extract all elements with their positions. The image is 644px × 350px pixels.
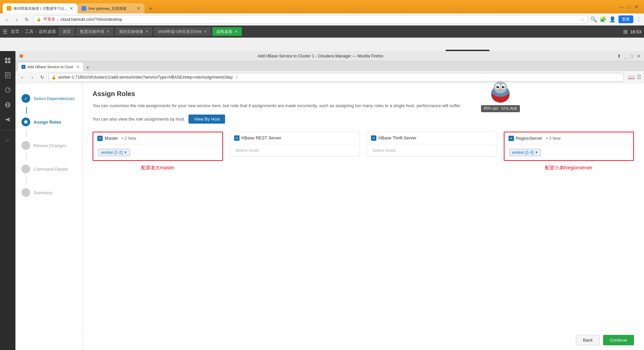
roles-grid: H Master × 2 New worker-[1-2] ▼	[93, 132, 634, 171]
tab2-favicon	[82, 6, 86, 11]
rest-server-card-body: Select hosts	[230, 144, 360, 156]
svg-rect-2	[5, 61, 7, 63]
app-tab-lab[interactable]: 配置实验环境 ✕	[76, 27, 114, 36]
nav-collapse[interactable]: ◁▷	[2, 134, 14, 146]
step1-circle: ✓	[21, 94, 30, 103]
nav-send[interactable]	[2, 114, 14, 126]
step-connector-2	[26, 130, 27, 137]
master-host-tag[interactable]: worker-[1-2] ▼	[98, 149, 130, 156]
view-by-host-button[interactable]: View By Host	[189, 115, 225, 124]
breadcrumb-tools[interactable]: 工具	[25, 29, 34, 35]
bookmark-icon[interactable]: ☆	[580, 17, 585, 22]
ff-max-btn[interactable]: □	[631, 53, 633, 59]
breadcrumb-desktop[interactable]: 远程桌面	[39, 29, 56, 35]
step2-circle	[21, 118, 30, 126]
ff-address-bar[interactable]: 🔒 worker-1:7180/cmf/clusters/1/add-servi…	[48, 73, 624, 82]
hamburger-icon[interactable]: ☰	[3, 29, 7, 35]
region-server-card-body: worker-[1-3] ▼	[504, 145, 634, 160]
ff-win-controls: ⬆ _ □ ✕	[617, 53, 641, 59]
nav-globe[interactable]	[2, 99, 14, 111]
tab2-close-icon[interactable]: ✕	[137, 6, 141, 11]
thrift-server-label: HBase Thrift Server	[378, 135, 417, 140]
app-tab-mirror[interactable]: 我的实验镜像 ✕	[115, 27, 153, 36]
app-tab-home[interactable]: 首页	[59, 27, 75, 36]
reload-button[interactable]: ↻	[23, 15, 31, 24]
app-tab-desktop-close[interactable]: ✕	[234, 29, 238, 34]
ff-min-btn[interactable]: _	[625, 53, 627, 59]
rest-server-select-hosts[interactable]: Select hosts	[234, 146, 261, 155]
app-tab-home-label: 首页	[63, 29, 71, 35]
browser-tab-1[interactable]: 海沛部落实验室 | 大数据学习云... ✕	[3, 3, 77, 13]
nav-apps[interactable]	[2, 54, 14, 67]
profile-icon[interactable]: 👤	[609, 16, 616, 23]
wizard-step-review[interactable]: Review Changes	[19, 137, 79, 154]
ff-reader-icon[interactable]: 📖	[628, 74, 635, 80]
new-tab-button[interactable]: +	[146, 4, 155, 13]
firefox-window: 🦊 Add HBase Service to Cluster 1 - Cloud…	[15, 51, 644, 350]
wizard-step-dependencies[interactable]: ✓ Select Dependencies	[19, 90, 79, 107]
nav-dashboard[interactable]	[2, 84, 14, 96]
ff-new-tab-button[interactable]: +	[84, 64, 92, 71]
tab1-favicon	[7, 6, 11, 11]
browser-controls: — □ ✕	[616, 4, 641, 9]
browser-tab-2[interactable]: hive gateway_百度搜索 ✕	[77, 3, 145, 13]
app-tab-lab-label: 配置实验环境	[80, 29, 104, 35]
cm-sidebar: ✓ Select Dependencies Assign Roles Revie…	[15, 83, 83, 350]
app-tab-desktop[interactable]: 远程桌面 ✕	[212, 27, 242, 36]
update-button[interactable]: 更新	[619, 15, 633, 23]
app-tab-desktop-label: 远程桌面	[216, 29, 232, 35]
svg-point-12	[24, 120, 28, 124]
app-tab-shell[interactable]: shell终端-cdh安装完hive ✕	[154, 27, 211, 36]
ff-close-btn[interactable]: ✕	[637, 53, 641, 59]
ff-reload-button[interactable]: ↻	[38, 73, 46, 81]
app-tab-shell-label: shell终端-cdh安装完hive	[158, 29, 202, 35]
wizard-step-command[interactable]: Command Details	[19, 161, 79, 177]
rest-server-label: HBase REST Server	[241, 135, 281, 140]
ff-bookmark-icon[interactable]: ☆	[235, 75, 239, 80]
region-server-role-icon: H	[508, 136, 514, 141]
breadcrumb-home[interactable]: 首页	[11, 29, 19, 35]
app-tab-lab-close[interactable]: ✕	[106, 29, 110, 34]
firefox-title: Add HBase Service to Cluster 1 - Clouder…	[26, 54, 614, 58]
ff-forward-button[interactable]: ›	[28, 73, 36, 81]
search-icon[interactable]: 🔍	[590, 16, 597, 23]
close-icon[interactable]: ✕	[635, 4, 639, 9]
cm-main: Assign Roles You can customize the role …	[83, 83, 644, 330]
firefox-window-buttons: 🦊	[19, 54, 24, 58]
step5-label: Summary	[34, 190, 52, 195]
minimize-icon[interactable]: —	[619, 4, 624, 9]
address-bar[interactable]: 🔒 不安全 | cloud.hainiubl.com/?#/tool/deskt…	[33, 15, 588, 24]
back-button[interactable]: Back	[576, 335, 600, 345]
step3-label: Review Changes	[34, 143, 66, 148]
view-by-host-row: You can also view the role assignments b…	[93, 115, 634, 124]
region-server-host-label: worker-[1-3]	[512, 150, 534, 155]
ff-prev-btn[interactable]: ⬆	[617, 53, 621, 59]
back-button[interactable]: ‹	[3, 15, 11, 24]
master-card: H Master × 2 New worker-[1-2] ▼	[93, 132, 223, 161]
step-connector-4	[26, 177, 27, 184]
ff-back-button[interactable]: ‹	[18, 73, 26, 81]
step4-label: Command Details	[34, 167, 68, 172]
continue-button[interactable]: Continue	[603, 335, 634, 345]
browser-tabs: 海沛部落实验室 | 大数据学习云... ✕ hive gateway_百度搜索 …	[3, 0, 616, 13]
grid-icon[interactable]: ⊞	[623, 29, 628, 35]
app-tab-shell-close[interactable]: ✕	[204, 29, 207, 34]
nav-files[interactable]	[2, 69, 14, 81]
rest-server-role-icon: H	[234, 135, 239, 141]
wizard-step-summary[interactable]: Summary	[19, 184, 79, 201]
app-bar-tabs: 首页 配置实验环境 ✕ 我的实验镜像 ✕ shell终端-cdh安装完hive …	[59, 27, 621, 36]
ff-tab-1[interactable]: H Add HBase Service to Clust ✕	[18, 62, 83, 71]
tab1-close-icon[interactable]: ✕	[69, 6, 73, 11]
thrift-server-select-hosts[interactable]: Select hosts	[371, 146, 397, 155]
ff-tab1-close[interactable]: ✕	[76, 65, 79, 69]
app-bar-nav: ☰ 首页 / 工具 / 远程桌面	[3, 29, 56, 35]
ff-sidebar-icon[interactable]: ☰	[637, 74, 641, 80]
maximize-icon[interactable]: □	[628, 4, 631, 9]
app-tab-mirror-close[interactable]: ✕	[145, 29, 149, 34]
wizard-step-assign-roles[interactable]: Assign Roles	[19, 114, 79, 130]
region-server-host-tag[interactable]: worker-[1-3] ▼	[509, 149, 541, 156]
extensions-icon[interactable]: 🧩	[600, 16, 606, 23]
rest-server-card: H HBase REST Server Select hosts	[230, 132, 360, 157]
menu-icon[interactable]: ⋮	[636, 16, 641, 23]
forward-button[interactable]: ›	[13, 15, 21, 24]
